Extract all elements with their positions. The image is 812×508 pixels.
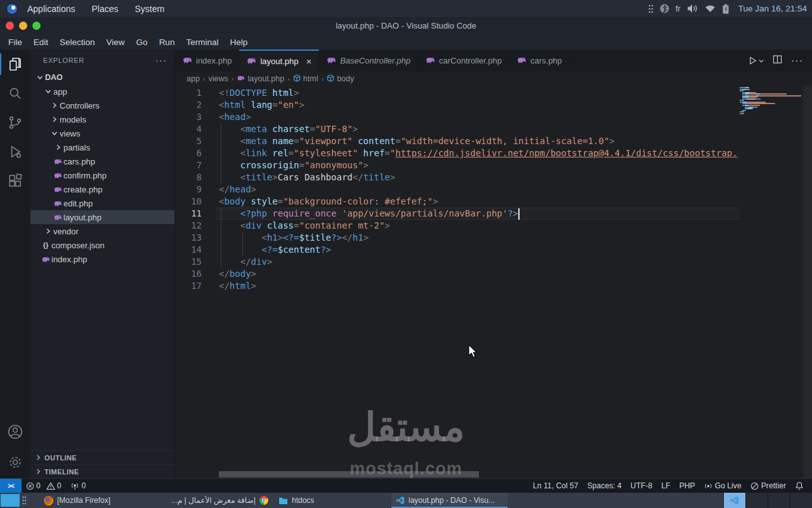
explorer-item-composer.json[interactable]: {}composer.json — [30, 238, 174, 252]
show-desktop-button[interactable] — [1, 494, 20, 507]
remote-indicator[interactable]: >< — [0, 479, 22, 493]
panel-menu-places[interactable]: Places — [85, 4, 126, 14]
menu-view[interactable]: View — [101, 37, 131, 47]
breadcrumb-item-views[interactable]: views — [209, 74, 228, 83]
explorer-item-layout.php[interactable]: layout.php — [30, 210, 174, 224]
menu-terminal[interactable]: Terminal — [180, 37, 224, 47]
ports-indicator[interactable]: 0 — [66, 479, 91, 493]
menu-edit[interactable]: Edit — [28, 37, 54, 47]
window-list-grip[interactable] — [20, 493, 28, 508]
panel-clock[interactable]: Tue Jan 16, 21:54 — [736, 4, 807, 13]
menu-help[interactable]: Help — [224, 37, 253, 47]
explorer-item-models[interactable]: models — [30, 112, 174, 126]
tab-layout.php[interactable]: layout.php× — [239, 50, 319, 72]
breadcrumb-item-app[interactable]: app — [187, 74, 200, 83]
keyboard-layout-indicator[interactable]: fr — [676, 4, 681, 13]
workspace-1[interactable] — [723, 493, 745, 508]
explorer-item-app[interactable]: app — [30, 84, 174, 98]
cursor-position[interactable]: Ln 11, Col 57 — [528, 479, 583, 493]
explorer-header: EXPLORER — [43, 57, 84, 64]
explorer-icon[interactable] — [0, 50, 30, 79]
menu-selection[interactable]: Selection — [54, 37, 101, 47]
taskbar-window-label: [Mozilla Firefox] — [57, 496, 110, 505]
tab-cars.php[interactable]: cars.php — [509, 50, 570, 72]
language-mode[interactable]: PHP — [675, 479, 700, 493]
search-icon[interactable] — [0, 79, 30, 108]
file-tree: DAOappControllersmodelsviewspartialscars… — [30, 70, 174, 450]
panel-menu-applications[interactable]: Applications — [20, 4, 82, 14]
source-control-icon[interactable] — [0, 108, 30, 137]
explorer-item-confirm.php[interactable]: confirm.php — [30, 168, 174, 182]
explorer-item-create.php[interactable]: create.php — [30, 182, 174, 196]
extensions-icon[interactable] — [0, 166, 30, 196]
chevron-down-icon — [43, 88, 53, 95]
bluetooth-icon[interactable] — [660, 4, 669, 13]
workspace-3[interactable] — [768, 493, 790, 508]
code-editor[interactable]: 1<!DOCTYPE html>2<html lang="en">3<head>… — [175, 86, 812, 478]
explorer-more-actions-icon[interactable]: ··· — [155, 55, 167, 65]
run-debug-icon[interactable] — [0, 137, 30, 166]
battery-icon[interactable] — [722, 4, 730, 14]
encoding-setting[interactable]: UTF-8 — [626, 479, 657, 493]
distro-logo-icon[interactable] — [6, 3, 18, 15]
panel-menu-system[interactable]: System — [128, 4, 172, 14]
menu-run[interactable]: Run — [154, 37, 181, 47]
workspace-4[interactable] — [790, 493, 812, 508]
timeline-section[interactable]: TIMELINE — [30, 464, 174, 478]
gnome-top-panel: Applications Places System fr Tue Jan 16… — [0, 0, 812, 17]
go-live-button[interactable]: Go Live — [700, 479, 746, 493]
notifications-bell-icon[interactable] — [790, 479, 808, 493]
editor-tabstrip: index.phplayout.php×BaseController.phpca… — [175, 50, 812, 72]
explorer-item-views[interactable]: views — [30, 126, 174, 140]
eol-setting[interactable]: LF — [657, 479, 674, 493]
menu-file[interactable]: File — [3, 37, 28, 47]
minimap[interactable] — [740, 87, 803, 114]
line-number: 5 — [175, 135, 202, 147]
explorer-item-edit.php[interactable]: edit.php — [30, 196, 174, 210]
breadcrumb-separator: › — [202, 75, 206, 83]
overview-ruler[interactable] — [803, 86, 812, 478]
tab-carController.php[interactable]: carController.php — [418, 50, 509, 72]
explorer-item-partials[interactable]: partials — [30, 140, 174, 154]
explorer-item-cars.php[interactable]: cars.php — [30, 154, 174, 168]
prettier-status[interactable]: Prettier — [746, 479, 790, 493]
breadcrumb-item-layout.php[interactable]: layout.php — [237, 74, 284, 84]
explorer-item-DAO[interactable]: DAO — [30, 70, 174, 84]
code-line-7: 7 crossorigin="anonymous"> — [175, 159, 740, 171]
workspace-2[interactable] — [745, 493, 768, 508]
explorer-item-label: cars.php — [63, 157, 95, 166]
tab-close-icon[interactable]: × — [306, 56, 311, 67]
tab-BaseController.php[interactable]: BaseController.php — [319, 50, 418, 72]
breadcrumb-item-body[interactable]: body — [327, 74, 354, 84]
explorer-item-Controllers[interactable]: Controllers — [30, 98, 174, 112]
volume-icon[interactable] — [687, 4, 698, 13]
chevron-right-icon — [49, 116, 60, 123]
code-line-2: 2<html lang="en"> — [175, 99, 740, 111]
editor-more-actions-icon[interactable]: ··· — [791, 55, 803, 67]
text-cursor — [518, 208, 520, 220]
taskbar-window-folder[interactable]: htdocs — [274, 493, 390, 508]
problems-indicator[interactable]: 0 0 — [22, 479, 66, 493]
indentation-setting[interactable]: Spaces: 4 — [583, 479, 626, 493]
split-editor-icon[interactable] — [773, 55, 782, 67]
wifi-icon[interactable] — [705, 4, 716, 13]
explorer-item-vendor[interactable]: vendor — [30, 224, 174, 238]
taskbar-window-firefox[interactable]: [Mozilla Firefox] — [39, 493, 155, 508]
horizontal-scrollbar[interactable] — [219, 471, 479, 478]
settings-gear-icon[interactable] — [0, 446, 30, 478]
tab-index.php[interactable]: index.php — [175, 50, 239, 72]
line-number: 8 — [175, 171, 202, 184]
tray-dots-icon[interactable] — [648, 4, 653, 13]
run-button[interactable] — [748, 56, 764, 65]
vscode-icon — [396, 496, 405, 505]
accounts-icon[interactable] — [0, 417, 30, 446]
outline-section[interactable]: OUTLINE — [30, 450, 174, 464]
folder-icon — [278, 497, 288, 505]
taskbar-window-vscode[interactable]: layout.php - DAO - Visu... — [391, 493, 508, 508]
code-line-14: 14 <?=$centent?> — [175, 244, 740, 256]
breadcrumb-item-html[interactable]: html — [293, 74, 318, 84]
code-line-15: 15 </div> — [175, 256, 740, 268]
taskbar-window-chrome[interactable]: ...إضافة معرض الأعمال | م — [157, 493, 273, 508]
explorer-item-index.php[interactable]: index.php — [30, 252, 174, 266]
menu-go[interactable]: Go — [131, 37, 154, 47]
